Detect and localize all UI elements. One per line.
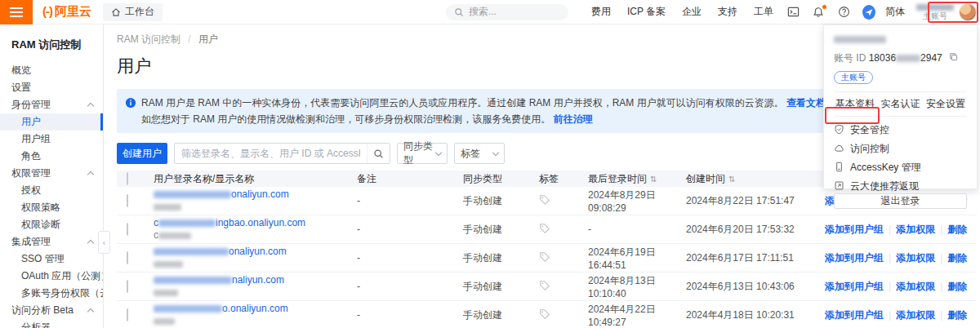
cell-last-login: 2024年8月13日 10:10:40 <box>588 274 686 299</box>
cell-created: 2024年8月22日 17:51:47 <box>686 194 825 208</box>
sidebar-item-14[interactable]: 访问分析 Beta <box>0 302 103 319</box>
topbar-menu: 费用ICP 备案企业支持工单 <box>591 5 773 19</box>
workbench-button[interactable]: 工作台 <box>103 3 163 21</box>
sidebar-item-label: OAuth 应用（公测） <box>21 269 103 283</box>
sidebar-item-7[interactable]: 授权 <box>0 182 103 199</box>
tag-icon[interactable] <box>539 254 550 265</box>
panel-menu-item-0[interactable]: 安全管控 <box>834 123 967 137</box>
sidebar-item-1[interactable]: 设置 <box>0 79 103 96</box>
logout-button[interactable]: 退出登录 <box>834 193 967 209</box>
hamburger-menu-icon[interactable] <box>0 0 33 24</box>
help-icon[interactable] <box>837 6 850 19</box>
row-action-link-1[interactable]: 添加权限 <box>896 309 935 321</box>
sidebar-item-13[interactable]: 多账号身份权限（云 SSO） <box>0 285 103 302</box>
row-action-link-2[interactable]: 删除 <box>947 281 967 292</box>
cell-sync-type: 手动创建 <box>463 194 539 208</box>
sort-icon[interactable]: ⇅ <box>728 175 735 184</box>
tag-filter-select[interactable]: 标签 <box>454 143 505 164</box>
row-checkbox[interactable] <box>127 280 128 293</box>
create-user-button[interactable]: 创建用户 <box>117 143 167 164</box>
send-icon[interactable] <box>862 6 875 19</box>
panel-menu-item-label: 安全管控 <box>850 123 889 137</box>
action-separator: | <box>889 281 891 292</box>
sort-icon[interactable]: ⇅ <box>650 175 657 184</box>
row-action-link-1[interactable]: 添加权限 <box>896 281 935 292</box>
sidebar-item-label: 设置 <box>11 81 31 95</box>
cell-sync-type: 手动创建 <box>463 308 539 322</box>
panel-tab-1[interactable]: 实名认证 <box>881 97 920 111</box>
sidebar-item-0[interactable]: 概览 <box>0 62 103 79</box>
topbar-menu-item-3[interactable]: 支持 <box>718 5 737 19</box>
sidebar-item-12[interactable]: OAuth 应用（公测） <box>0 268 103 285</box>
table-row: onaliyun.com-手动创建2024年6月19日 16:44:512024… <box>117 244 977 273</box>
global-search-input[interactable]: 搜索... <box>446 4 568 20</box>
panel-menu-item-3[interactable]: 云大使推荐返现 <box>834 180 967 193</box>
bell-icon[interactable] <box>812 6 825 19</box>
row-action-link-1[interactable]: 添加权限 <box>896 224 935 235</box>
terminal-icon[interactable] <box>786 6 800 19</box>
breadcrumb-root[interactable]: RAM 访问控制 <box>117 33 180 45</box>
chevron-down-icon <box>435 148 442 155</box>
cell-remark: - <box>357 195 463 206</box>
sidebar-item-15[interactable]: 分析器 <box>0 319 103 328</box>
main-account-badge: 主账号 <box>834 71 873 84</box>
topbar-menu-item-0[interactable]: 费用 <box>591 5 611 19</box>
topbar-menu-item-4[interactable]: 工单 <box>754 5 773 19</box>
search-icon <box>454 7 464 17</box>
go-governance-link[interactable]: 前往治理 <box>554 113 593 125</box>
language-switch[interactable]: 简体 <box>885 5 905 19</box>
cell-last-login: 2024年8月29日 09:08:29 <box>588 188 686 214</box>
row-checkbox[interactable] <box>127 251 128 264</box>
sidebar-item-2[interactable]: 身份管理 <box>0 96 103 113</box>
row-action-link-1[interactable]: 添加权限 <box>896 252 935 264</box>
user-login-link[interactable]: cingbao.onaliyun.com <box>154 218 357 228</box>
copy-icon[interactable] <box>949 52 958 64</box>
tag-icon[interactable] <box>539 225 550 237</box>
account-widget[interactable]: 主账号 <box>916 4 954 20</box>
row-checkbox[interactable] <box>127 223 128 236</box>
sync-type-filter-select[interactable]: 同步类型 <box>397 143 448 164</box>
sidebar-item-6[interactable]: 权限管理 <box>0 165 103 182</box>
view-docs-link[interactable]: 查看文档 <box>786 97 826 109</box>
avatar[interactable] <box>959 3 977 21</box>
row-action-link-0[interactable]: 添加到用户组 <box>825 224 884 235</box>
row-checkbox[interactable] <box>127 194 128 207</box>
accesskey-icon <box>834 162 844 175</box>
tag-icon[interactable] <box>539 311 550 322</box>
tag-icon[interactable] <box>539 282 550 294</box>
row-action-link-0[interactable]: 添加到用户组 <box>825 281 884 292</box>
sidebar-item-4[interactable]: 用户组 <box>0 131 103 148</box>
sidebar-item-8[interactable]: 权限策略 <box>0 199 103 216</box>
account-name-redacted <box>916 4 954 11</box>
sidebar-item-9[interactable]: 权限诊断 <box>0 216 103 233</box>
topbar-menu-item-1[interactable]: ICP 备案 <box>627 5 666 19</box>
user-login-link[interactable]: o.onaliyun.com <box>154 304 357 314</box>
row-action-link-2[interactable]: 删除 <box>947 252 967 264</box>
user-login-link[interactable]: naliyun.com <box>154 275 357 286</box>
sidebar-item-10[interactable]: 集成管理 <box>0 233 103 250</box>
row-action-link-2[interactable]: 删除 <box>947 224 967 235</box>
panel-menu-item-label: 云大使推荐返现 <box>850 180 919 193</box>
tag-icon[interactable] <box>539 197 550 208</box>
cell-created: 2024年6月13日 10:43:06 <box>686 280 825 294</box>
row-checkbox[interactable] <box>127 308 128 321</box>
search-icon[interactable] <box>367 144 390 163</box>
sidebar-item-5[interactable]: 角色 <box>0 148 103 165</box>
sidebar-item-3[interactable]: 用户 <box>0 113 103 131</box>
row-action-link-2[interactable]: 删除 <box>947 309 967 321</box>
panel-tab-2[interactable]: 安全设置 <box>926 97 965 111</box>
topbar-menu-item-2[interactable]: 企业 <box>682 5 702 19</box>
row-action-link-0[interactable]: 添加到用户组 <box>825 252 884 264</box>
user-filter-input[interactable] <box>175 148 367 159</box>
row-action-link-0[interactable]: 添加到用户组 <box>825 309 884 321</box>
alibaba-cloud-logo[interactable]: (-) 阿里云 <box>33 4 103 20</box>
user-login-link[interactable]: onaliyun.com <box>154 246 357 257</box>
sidebar-collapse-handle[interactable]: ‹ <box>98 231 110 254</box>
select-all-checkbox[interactable] <box>127 172 128 185</box>
panel-menu-item-1[interactable]: 访问控制 <box>834 142 967 156</box>
panel-tab-0[interactable]: 基本资料 <box>835 97 875 111</box>
table-row: naliyun.com-手动创建2024年8月13日 10:10:402024年… <box>117 273 977 301</box>
panel-menu-item-2[interactable]: AccessKey 管理 <box>834 161 967 175</box>
sidebar-item-11[interactable]: SSO 管理 <box>0 250 103 268</box>
user-login-link[interactable]: onaliyun.com <box>154 189 357 200</box>
